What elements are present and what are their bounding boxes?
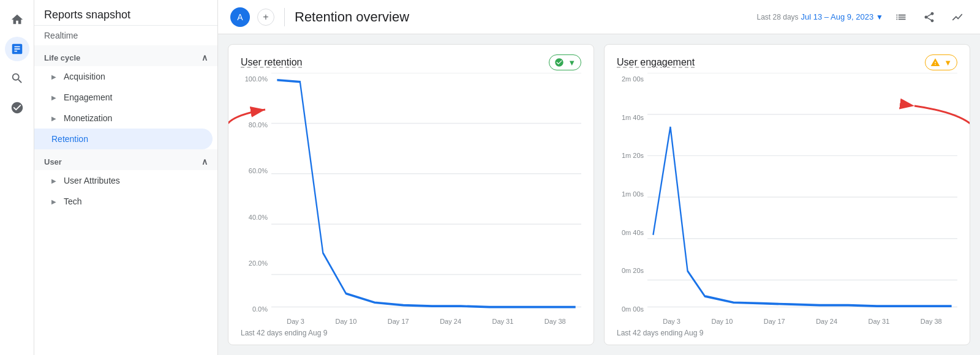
bar-chart-icon[interactable] <box>891 7 911 28</box>
y-label-3: 40.0% <box>241 214 268 221</box>
retention-chart-wrapper: 100.0% 80.0% 60.0% 40.0% 20.0% 0.0% <box>241 73 581 325</box>
x-label-4: Day 31 <box>492 318 514 325</box>
tech-expand-icon: ▶ <box>51 198 56 205</box>
y-label-1: 80.0% <box>241 121 268 129</box>
user-chevron-icon: ∧ <box>202 157 208 166</box>
line-chart-icon[interactable] <box>947 7 968 28</box>
monetization-label: Monetization <box>64 113 112 123</box>
topbar: A + Retention overview Last 28 days Jul … <box>218 0 980 34</box>
y-label-e5: 0m 20s <box>617 267 644 274</box>
x-label-e3: Day 24 <box>816 318 837 325</box>
y-label-e2: 1m 20s <box>617 152 644 159</box>
engagement-status-badge[interactable]: ▼ <box>925 54 957 70</box>
sidebar-item-tech[interactable]: ▶ Tech <box>34 191 217 212</box>
y-label-5: 0.0% <box>241 305 268 313</box>
engagement-y-labels: 2m 00s 1m 40s 1m 20s 1m 00s 0m 40s 0m 20… <box>617 73 647 325</box>
user-avatar[interactable]: A <box>230 7 250 27</box>
main-content: A + Retention overview Last 28 days Jul … <box>218 0 980 355</box>
user-engagement-card: User engagement ▼ 2m 00s 1m 40s 1m 20s 1… <box>604 44 970 345</box>
analytics-icon[interactable] <box>5 37 29 61</box>
sidebar-item-engagement[interactable]: ▶ Engagement <box>34 87 217 108</box>
topbar-divider <box>284 8 285 26</box>
y-label-e1: 1m 40s <box>617 114 644 121</box>
user-attributes-expand-icon: ▶ <box>51 177 56 184</box>
topbar-right: Last 28 days Jul 13 – Aug 9, 2023 ▼ <box>757 7 968 28</box>
retention-card-title[interactable]: User retention <box>241 57 303 68</box>
warning-icon <box>930 58 940 67</box>
sidebar-item-retention[interactable]: Retention <box>34 129 213 149</box>
lifecycle-section-header[interactable]: Life cycle ∧ <box>34 45 217 66</box>
sidebar-header: Reports snapshot <box>34 0 217 26</box>
x-label-e1: Day 10 <box>711 318 733 325</box>
page-title: Retention overview <box>295 9 750 25</box>
retention-status-badge[interactable]: ▼ <box>549 54 581 70</box>
date-dropdown-icon: ▼ <box>876 13 883 21</box>
engagement-title-area: User engagement <box>617 57 695 68</box>
sidebar-item-user-attributes[interactable]: ▶ User Attributes <box>34 170 217 191</box>
x-label-2: Day 17 <box>388 318 409 325</box>
x-label-e4: Day 31 <box>869 318 890 325</box>
monetization-expand-icon: ▶ <box>51 115 56 122</box>
check-circle-icon <box>554 58 564 67</box>
ads-icon[interactable] <box>5 95 29 120</box>
x-label-e0: Day 3 <box>663 318 680 325</box>
date-range-value: Jul 13 – Aug 9, 2023 <box>801 12 874 21</box>
x-label-1: Day 10 <box>335 318 356 325</box>
user-attributes-label: User Attributes <box>64 176 120 185</box>
engagement-card-header: User engagement ▼ <box>617 54 957 70</box>
engagement-card-footer: Last 42 days ending Aug 9 <box>617 329 957 337</box>
retention-title-area: User retention <box>241 57 303 68</box>
y-label-2: 60.0% <box>241 167 268 174</box>
share-icon[interactable] <box>919 7 940 28</box>
sidebar: Reports snapshot Realtime Life cycle ∧ ▶… <box>34 0 218 355</box>
x-label-0: Day 3 <box>287 318 304 325</box>
lifecycle-section-label: Life cycle <box>44 53 80 62</box>
retention-chart-inner: 100.0% 80.0% 60.0% 40.0% 20.0% 0.0% <box>241 73 581 325</box>
tech-label: Tech <box>64 196 82 206</box>
x-label-3: Day 24 <box>440 318 461 325</box>
y-label-e3: 1m 00s <box>617 190 644 198</box>
lifecycle-chevron-icon: ∧ <box>202 53 208 62</box>
retention-card-header: User retention ▼ <box>241 54 581 70</box>
acquisition-label: Acquisition <box>64 72 105 81</box>
engagement-card-title[interactable]: User engagement <box>617 57 695 68</box>
user-section-label: User <box>44 157 62 166</box>
engagement-expand-icon: ▶ <box>51 94 56 101</box>
acquisition-expand-icon: ▶ <box>51 73 56 80</box>
x-label-5: Day 38 <box>545 318 566 325</box>
y-label-0: 100.0% <box>241 75 268 83</box>
engagement-badge-dropdown-icon: ▼ <box>944 58 952 67</box>
y-label-e0: 2m 00s <box>617 75 644 83</box>
user-section-header[interactable]: User ∧ <box>34 149 217 170</box>
sidebar-item-realtime[interactable]: Realtime <box>34 26 217 45</box>
y-label-4: 20.0% <box>241 260 268 267</box>
sidebar-item-monetization[interactable]: ▶ Monetization <box>34 108 217 129</box>
add-report-button[interactable]: + <box>257 9 274 26</box>
content-area: User retention ▼ 100.0% 80.0% 60.0% 40.0… <box>218 34 980 355</box>
date-range-label: Last 28 days <box>757 13 799 21</box>
sidebar-item-acquisition[interactable]: ▶ Acquisition <box>34 66 217 87</box>
y-label-e6: 0m 00s <box>617 305 644 313</box>
retention-y-labels: 100.0% 80.0% 60.0% 40.0% 20.0% 0.0% <box>241 73 271 325</box>
engagement-chart-inner: 2m 00s 1m 40s 1m 20s 1m 00s 0m 40s 0m 20… <box>617 73 957 325</box>
date-range-selector[interactable]: Last 28 days Jul 13 – Aug 9, 2023 ▼ <box>757 12 883 21</box>
engagement-chart-wrapper: 2m 00s 1m 40s 1m 20s 1m 00s 0m 40s 0m 20… <box>617 73 957 325</box>
y-label-e4: 0m 40s <box>617 229 644 236</box>
retention-card-footer: Last 42 days ending Aug 9 <box>241 329 581 337</box>
x-label-e5: Day 38 <box>921 318 942 325</box>
engagement-chart-svg: Day 3 Day 10 Day 17 Day 24 Day 31 Day 38 <box>647 73 957 325</box>
retention-label: Retention <box>51 134 88 144</box>
home-icon[interactable] <box>5 7 29 32</box>
icon-rail <box>0 0 34 355</box>
retention-chart-svg: Day 3 Day 10 Day 17 Day 24 Day 31 Day 38 <box>271 73 581 325</box>
user-retention-card: User retention ▼ 100.0% 80.0% 60.0% 40.0… <box>228 44 594 345</box>
explore-icon[interactable] <box>5 66 29 91</box>
x-label-e2: Day 17 <box>764 318 785 325</box>
retention-badge-dropdown-icon: ▼ <box>568 58 576 67</box>
engagement-label: Engagement <box>64 92 112 102</box>
